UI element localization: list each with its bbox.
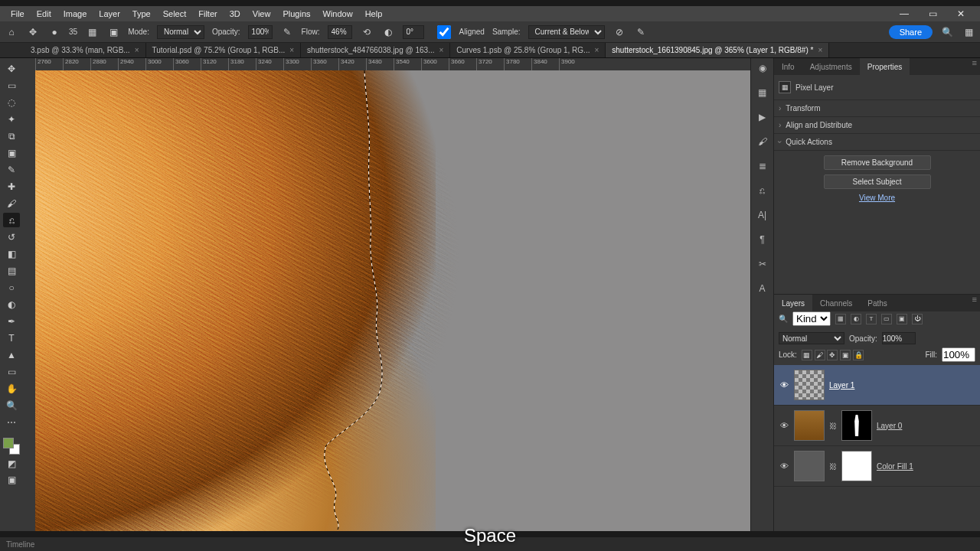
view-more-link[interactable]: View More xyxy=(859,194,895,202)
workspace-icon[interactable]: ▦ xyxy=(962,25,975,39)
frame-tool[interactable]: ▣ xyxy=(3,145,20,160)
crop-tool[interactable]: ⧉ xyxy=(3,129,20,143)
flow-input[interactable] xyxy=(328,25,352,39)
transform-section[interactable]: Transform xyxy=(774,100,980,117)
layer-thumbnail[interactable] xyxy=(794,410,825,441)
layer-name[interactable]: Layer 1 xyxy=(829,381,854,390)
align-section[interactable]: Align and Distribute xyxy=(774,117,980,134)
history-brush-tool[interactable]: ↺ xyxy=(3,230,20,244)
clone-stamp-tool[interactable]: ⎌ xyxy=(3,213,20,227)
type-tool[interactable]: T xyxy=(3,331,20,345)
close-icon[interactable]: × xyxy=(135,46,139,54)
character-panel-icon[interactable]: A| xyxy=(756,208,769,222)
layer-thumbnail[interactable] xyxy=(794,451,825,481)
pen-tool[interactable]: ✒ xyxy=(3,314,20,328)
layer-mask-thumbnail[interactable] xyxy=(841,451,872,481)
search-icon[interactable]: 🔍 xyxy=(940,25,954,39)
ruler-vertical[interactable] xyxy=(23,70,35,531)
layer-row[interactable]: 👁 Layer 1 xyxy=(774,365,980,406)
visibility-toggle[interactable]: 👁 xyxy=(779,380,789,390)
filter-smart-icon[interactable]: ▣ xyxy=(897,314,907,324)
close-icon[interactable]: × xyxy=(818,46,822,54)
move-tool[interactable]: ✥ xyxy=(3,61,20,76)
filter-pixel-icon[interactable]: ▦ xyxy=(835,314,846,324)
doc-tab-4[interactable]: shutterstock_1661390845.jpg @ 365% (Laye… xyxy=(606,43,829,57)
opacity-input[interactable] xyxy=(248,25,273,39)
shape-tool[interactable]: ▭ xyxy=(3,364,20,379)
paragraph-panel-icon[interactable]: ¶ xyxy=(756,233,769,246)
blend-mode-select[interactable]: Normal xyxy=(779,332,844,344)
layer-mask-thumbnail[interactable] xyxy=(841,410,872,441)
close-icon[interactable]: × xyxy=(289,46,294,54)
lock-position-icon[interactable]: ✥ xyxy=(827,350,838,360)
filter-shape-icon[interactable]: ▭ xyxy=(881,314,892,324)
layer-opacity-input[interactable] xyxy=(882,332,916,344)
mask-link-icon[interactable]: ⛓ xyxy=(829,462,837,471)
layer-filter-select[interactable]: Kind xyxy=(792,311,831,326)
menu-plugins[interactable]: Plugins xyxy=(276,9,316,18)
menu-select[interactable]: Select xyxy=(157,9,193,18)
brushes-panel-icon[interactable]: 🖌 xyxy=(756,135,769,148)
color-swatches[interactable] xyxy=(3,438,20,455)
clone-source-panel-icon[interactable]: ⎌ xyxy=(756,184,769,197)
path-select-tool[interactable]: ▲ xyxy=(3,347,20,362)
glyphs-panel-icon[interactable]: A xyxy=(756,282,769,295)
layer-row[interactable]: 👁 ⛓ Color Fill 1 xyxy=(774,446,980,487)
tab-layers[interactable]: Layers xyxy=(774,295,812,311)
close-icon[interactable]: × xyxy=(594,46,599,54)
lock-artboard-icon[interactable]: ▣ xyxy=(840,350,851,360)
lock-transparency-icon[interactable]: ▦ xyxy=(802,350,812,360)
menu-3d[interactable]: 3D xyxy=(224,9,247,18)
layer-name[interactable]: Color Fill 1 xyxy=(877,462,913,471)
eraser-tool[interactable]: ◧ xyxy=(3,246,20,261)
menu-help[interactable]: Help xyxy=(359,9,389,18)
menu-type[interactable]: Type xyxy=(126,9,157,18)
panel-menu-icon[interactable]: ≡ xyxy=(969,295,980,311)
menu-view[interactable]: View xyxy=(247,9,277,18)
tab-channels[interactable]: Channels xyxy=(812,295,860,311)
lock-brush-icon[interactable]: 🖌 xyxy=(815,350,825,360)
brush-panel-icon[interactable]: ▦ xyxy=(85,25,99,39)
filter-toggle-icon[interactable]: ⏻ xyxy=(912,314,923,324)
angle-icon[interactable]: ◐ xyxy=(381,25,395,39)
pressure-opacity-icon[interactable]: ✎ xyxy=(280,25,294,39)
layer-row[interactable]: 👁 ⛓ Layer 0 xyxy=(774,406,980,446)
filter-adjust-icon[interactable]: ◐ xyxy=(851,314,861,324)
edit-toolbar[interactable]: ⋯ xyxy=(3,415,20,429)
clone-source-icon[interactable]: ▣ xyxy=(106,25,120,39)
gradient-tool[interactable]: ▤ xyxy=(3,263,20,278)
object-select-tool[interactable]: ✦ xyxy=(3,112,20,126)
blend-mode-select[interactable]: Normal xyxy=(157,25,204,39)
doc-tab-3[interactable]: Curves 1.psb @ 25.8% (Group 1, RG...× xyxy=(450,43,606,57)
clone-stamp-tool-icon[interactable]: ✥ xyxy=(26,25,40,39)
window-close-button[interactable]: ✕ xyxy=(951,8,971,19)
foreground-color-swatch[interactable] xyxy=(3,438,14,448)
menu-window[interactable]: Window xyxy=(317,9,359,18)
doc-tab-2[interactable]: shutterstock_484766038.jpg @ 163...× xyxy=(301,43,450,57)
quick-actions-section[interactable]: Quick Actions xyxy=(774,134,980,151)
layer-name[interactable]: Layer 0 xyxy=(877,422,902,430)
share-button[interactable]: Share xyxy=(889,25,933,39)
marquee-tool[interactable]: ▭ xyxy=(3,78,20,93)
mask-link-icon[interactable]: ⛓ xyxy=(829,422,837,430)
menu-file[interactable]: File xyxy=(5,9,31,18)
doc-tab-0[interactable]: 3.psb @ 33.3% (man, RGB...× xyxy=(24,43,146,57)
timeline-panel[interactable]: Timeline xyxy=(0,537,980,551)
aligned-checkbox[interactable] xyxy=(432,25,456,39)
document-canvas[interactable] xyxy=(35,70,750,531)
lock-all-icon[interactable]: 🔒 xyxy=(853,350,864,360)
tab-properties[interactable]: Properties xyxy=(860,58,910,75)
hand-tool[interactable]: ✋ xyxy=(3,381,20,396)
menu-edit[interactable]: Edit xyxy=(31,9,57,18)
doc-tab-1[interactable]: Tutorial.psd @ 75.2% (Group 1, RGB...× xyxy=(146,43,302,57)
tab-adjustments[interactable]: Adjustments xyxy=(802,58,860,75)
tool-presets-panel-icon[interactable]: ✂ xyxy=(756,257,769,271)
actions-panel-icon[interactable]: ▶ xyxy=(756,110,769,124)
ruler-horizontal[interactable]: 2760 2820 2880 2940 3000 3060 3120 3180 … xyxy=(23,58,750,70)
angle-input[interactable] xyxy=(403,25,424,39)
filter-search-icon[interactable]: 🔍 xyxy=(779,315,788,323)
screen-mode-toggle[interactable]: ▣ xyxy=(3,472,20,487)
ignore-adj-icon[interactable]: ⊘ xyxy=(612,25,626,39)
sample-select[interactable]: Current & Below xyxy=(528,25,605,39)
eyedropper-tool[interactable]: ✎ xyxy=(3,162,20,177)
